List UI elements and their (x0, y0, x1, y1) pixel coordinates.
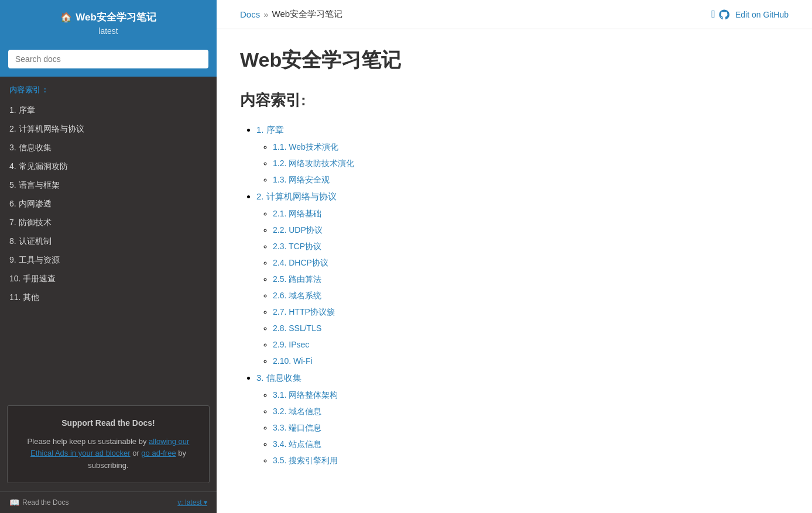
page-title: Web安全学习笔记 (240, 47, 720, 74)
main-content: Docs » Web安全学习笔记  Edit on GitHub Web安全学… (217, 0, 812, 513)
toc-subitem-2-1: 2.1. 网络基础 (273, 205, 720, 222)
sidebar-item-5[interactable]: 5. 语言与框架 (0, 176, 217, 195)
toc-subitem-2-5: 2.5. 路由算法 (273, 271, 720, 287)
toc-subitem-2-8: 2.8. SSL/TLS (273, 320, 720, 336)
toc-subitem-1-3: 1.3. 网络安全观 (273, 171, 720, 188)
toc-sublink-1-3[interactable]: 1.3. 网络安全观 (273, 175, 330, 184)
home-icon: 🏠 (60, 12, 72, 23)
toc-subitem-3-5: 3.5. 搜索引擎利用 (273, 452, 720, 469)
topbar: Docs » Web安全学习笔记  Edit on GitHub (217, 0, 812, 29)
version-link[interactable]: v: latest ▾ (177, 498, 207, 507)
toc-subitem-2-7: 2.7. HTTP协议簇 (273, 304, 720, 320)
toc-subitem-2-10: 2.10. Wi-Fi (273, 353, 720, 369)
sidebar-item-4[interactable]: 4. 常见漏洞攻防 (0, 157, 217, 176)
toc-item-2: 2. 计算机网络与协议 2.1. 网络基础 2.2. UDP协议 2.3. TC… (256, 188, 720, 369)
rtd-logo: 📖 Read the Docs (9, 498, 68, 507)
toc-sublink-2-9[interactable]: 2.9. IPsec (273, 340, 309, 349)
nav-section-label: 内容索引： (0, 85, 217, 101)
sidebar-item-11[interactable]: 11. 其他 (0, 288, 217, 307)
toc-sublink-2-1[interactable]: 2.1. 网络基础 (273, 209, 321, 218)
breadcrumb: Docs » Web安全学习笔记 (240, 9, 342, 20)
toc-list: 1. 序章 1.1. Web技术演化 1.2. 网络攻防技术演化 1.3. 网络… (240, 121, 720, 469)
toc-sublink-2-8[interactable]: 2.8. SSL/TLS (273, 323, 321, 333)
github-icon-svg (719, 9, 729, 20)
sidebar-item-3[interactable]: 3. 信息收集 (0, 139, 217, 157)
toc-subitem-2-4: 2.4. DHCP协议 (273, 254, 720, 271)
toc-subitem-2-6: 2.6. 域名系统 (273, 287, 720, 304)
sidebar-footer: 📖 Read the Docs v: latest ▾ (0, 491, 217, 513)
toc-sublist-2: 2.1. 网络基础 2.2. UDP协议 2.3. TCP协议 2.4. DHC… (256, 205, 720, 369)
sidebar-item-7[interactable]: 7. 防御技术 (0, 214, 217, 232)
toc-sublink-2-3[interactable]: 2.3. TCP协议 (273, 242, 321, 251)
edit-on-github-link[interactable]:  Edit on GitHub (711, 8, 789, 20)
toc-sublink-3-3[interactable]: 3.3. 端口信息 (273, 423, 321, 432)
toc-sublist-1: 1.1. Web技术演化 1.2. 网络攻防技术演化 1.3. 网络安全观 (256, 139, 720, 188)
sidebar-title: 🏠 Web安全学习笔记 (9, 11, 207, 24)
sidebar-item-1[interactable]: 1. 序章 (0, 101, 217, 120)
sidebar-site-title[interactable]: Web安全学习笔记 (76, 11, 156, 24)
toc-subitem-1-1: 1.1. Web技术演化 (273, 139, 720, 155)
toc-subitem-3-1: 3.1. 网络整体架构 (273, 387, 720, 403)
toc-sublink-1-2[interactable]: 1.2. 网络攻防技术演化 (273, 159, 354, 168)
toc-subitem-1-2: 1.2. 网络攻防技术演化 (273, 155, 720, 171)
toc-link-2[interactable]: 2. 计算机网络与协议 (256, 191, 337, 201)
sidebar-header: 🏠 Web安全学习笔记 latest (0, 0, 217, 44)
sidebar-item-6[interactable]: 6. 内网渗透 (0, 195, 217, 214)
toc-item-3: 3. 信息收集 3.1. 网络整体架构 3.2. 域名信息 3.3. 端口信息 … (256, 369, 720, 469)
toc-heading: 内容索引: (240, 90, 720, 111)
breadcrumb-separator: » (263, 9, 268, 19)
sidebar-item-2[interactable]: 2. 计算机网络与协议 (0, 120, 217, 139)
toc-sublink-2-6[interactable]: 2.6. 域名系统 (273, 291, 321, 300)
toc-sublink-2-2[interactable]: 2.2. UDP协议 (273, 225, 323, 235)
search-input[interactable] (8, 50, 208, 68)
toc-link-3[interactable]: 3. 信息收集 (256, 373, 301, 383)
toc-sublink-1-1[interactable]: 1.1. Web技术演化 (273, 142, 338, 152)
toc-subitem-2-2: 2.2. UDP协议 (273, 222, 720, 238)
toc-sublink-2-7[interactable]: 2.7. HTTP协议簇 (273, 307, 335, 316)
toc-sublist-3: 3.1. 网络整体架构 3.2. 域名信息 3.3. 端口信息 3.4. 站点信… (256, 387, 720, 469)
edit-github-label: Edit on GitHub (735, 10, 789, 19)
support-text-before: Please help keep us sustainable by (28, 437, 149, 446)
toc-sublink-2-10[interactable]: 2.10. Wi-Fi (273, 356, 313, 366)
toc-sublink-3-4[interactable]: 3.4. 站点信息 (273, 439, 321, 449)
toc-sublink-3-5[interactable]: 3.5. 搜索引擎利用 (273, 456, 338, 465)
search-box (0, 44, 217, 77)
support-link-go-ad-free[interactable]: go ad-free (141, 449, 176, 457)
support-box: Support Read the Docs! Please help keep … (7, 405, 210, 483)
sidebar-item-8[interactable]: 8. 认证机制 (0, 232, 217, 251)
toc-subitem-3-2: 3.2. 域名信息 (273, 403, 720, 419)
toc-sublink-3-1[interactable]: 3.1. 网络整体架构 (273, 390, 338, 400)
toc-subitem-3-3: 3.3. 端口信息 (273, 419, 720, 436)
content-area: Web安全学习笔记 内容索引: 1. 序章 1.1. Web技术演化 1.2. … (217, 29, 744, 492)
breadcrumb-docs-link[interactable]: Docs (240, 9, 260, 19)
sidebar-nav: 内容索引： 1. 序章 2. 计算机网络与协议 3. 信息收集 4. 常见漏洞攻… (0, 77, 217, 397)
toc-subitem-3-4: 3.4. 站点信息 (273, 436, 720, 452)
book-icon: 📖 (9, 498, 19, 507)
version-link-text: v: latest (177, 498, 201, 507)
version-arrow-icon: ▾ (204, 498, 207, 507)
toc-link-1[interactable]: 1. 序章 (256, 125, 284, 135)
sidebar-item-10[interactable]: 10. 手册速查 (0, 270, 217, 288)
toc-subitem-2-3: 2.3. TCP协议 (273, 238, 720, 254)
toc-sublink-2-4[interactable]: 2.4. DHCP协议 (273, 258, 328, 267)
rtd-label: Read the Docs (22, 498, 68, 507)
support-text-middle: or (131, 449, 142, 457)
toc-sublink-3-2[interactable]: 3.2. 域名信息 (273, 407, 321, 416)
sidebar-version: latest (9, 26, 207, 36)
sidebar-item-9[interactable]: 9. 工具与资源 (0, 251, 217, 270)
toc-subitem-2-9: 2.9. IPsec (273, 336, 720, 353)
support-title: Support Read the Docs! (16, 416, 201, 429)
breadcrumb-current: Web安全学习笔记 (272, 9, 343, 20)
toc-sublink-2-5[interactable]: 2.5. 路由算法 (273, 274, 321, 284)
github-icon:  (711, 8, 715, 20)
toc-item-1: 1. 序章 1.1. Web技术演化 1.2. 网络攻防技术演化 1.3. 网络… (256, 121, 720, 188)
sidebar: 🏠 Web安全学习笔记 latest 内容索引： 1. 序章 2. 计算机网络与… (0, 0, 217, 513)
